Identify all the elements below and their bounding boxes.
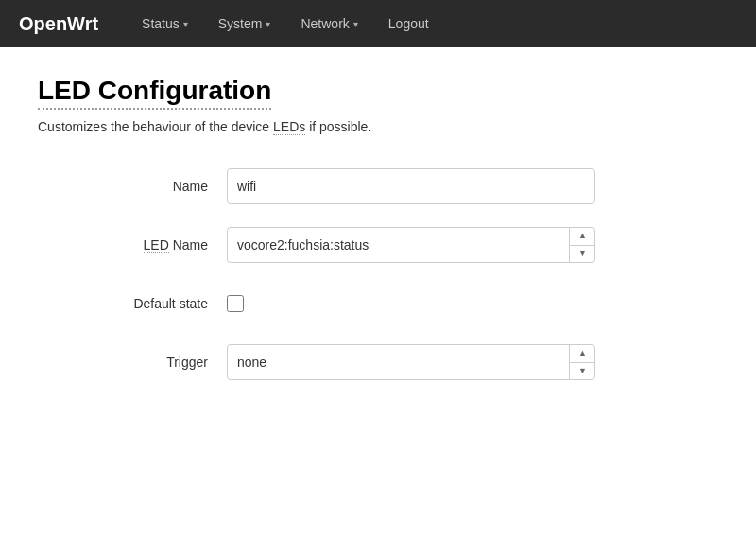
status-caret-icon: ▾ — [183, 19, 188, 29]
navbar-nav: Status ▾ System ▾ Network ▾ Logout — [127, 0, 444, 47]
led-label-underline: LED — [144, 237, 169, 253]
nav-link-status[interactable]: Status ▾ — [127, 0, 203, 47]
navbar-brand[interactable]: OpenWrt — [19, 13, 98, 35]
trigger-label: Trigger — [38, 355, 227, 370]
leds-text: LEDs — [273, 119, 305, 135]
nav-label-logout: Logout — [388, 16, 429, 31]
main-content: LED Configuration Customizes the behavio… — [0, 47, 756, 555]
trigger-row: Trigger none ▲ ▼ — [38, 343, 718, 381]
default-state-label: Default state — [38, 296, 227, 311]
led-name-select[interactable]: vocore2:fuchsia:status — [227, 227, 595, 263]
default-state-checkbox[interactable] — [227, 295, 244, 312]
nav-link-system[interactable]: System ▾ — [203, 0, 286, 47]
led-name-row: LED Name vocore2:fuchsia:status ▲ ▼ — [38, 226, 718, 264]
form-section: Name LED Name vocore2:fuchsia:status ▲ ▼… — [38, 167, 718, 381]
description-text: Customizes the behaviour of the device L… — [38, 119, 371, 135]
trigger-select-wrapper: none ▲ ▼ — [227, 344, 595, 380]
led-name-select-wrapper: vocore2:fuchsia:status ▲ ▼ — [227, 227, 595, 263]
nav-item-logout: Logout — [373, 0, 444, 47]
default-state-row: Default state — [38, 285, 718, 322]
name-label: Name — [38, 179, 227, 194]
page-description: Customizes the behaviour of the device L… — [38, 119, 718, 134]
page-title: LED Configuration — [38, 76, 271, 110]
navbar: OpenWrt Status ▾ System ▾ Network ▾ Logo… — [0, 0, 756, 47]
trigger-select[interactable]: none — [227, 344, 595, 380]
led-name-label: LED Name — [38, 237, 227, 252]
nav-link-network[interactable]: Network ▾ — [285, 0, 372, 47]
nav-item-system: System ▾ — [203, 0, 286, 47]
name-row: Name — [38, 167, 718, 205]
nav-item-network: Network ▾ — [285, 0, 372, 47]
nav-link-logout[interactable]: Logout — [373, 0, 444, 47]
nav-label-system: System — [218, 16, 263, 31]
nav-label-status: Status — [142, 16, 180, 31]
system-caret-icon: ▾ — [266, 19, 270, 29]
name-input[interactable] — [227, 168, 595, 204]
nav-item-status: Status ▾ — [127, 0, 203, 47]
nav-label-network: Network — [301, 16, 349, 31]
network-caret-icon: ▾ — [353, 19, 358, 29]
